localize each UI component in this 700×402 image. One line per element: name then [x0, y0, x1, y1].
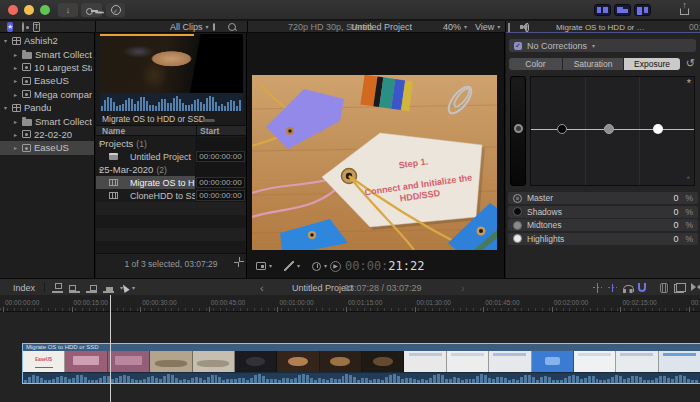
list-item-row[interactable]: Untitled Project00:00:00:00	[96, 150, 246, 163]
param-row-master[interactable]: Master 0 %	[508, 192, 698, 204]
solo-toggle-icon[interactable]	[623, 285, 632, 293]
waveform-bar	[369, 380, 372, 383]
retime-icon[interactable]	[312, 262, 321, 271]
disclosure-triangle[interactable]: ▾	[2, 104, 9, 111]
enhancements-wand-icon[interactable]	[284, 261, 294, 271]
sidebar-item-easeus[interactable]: ▸EaseUS	[0, 141, 94, 154]
disclosure-triangle[interactable]: ▸	[12, 91, 19, 98]
keyword-editor-button[interactable]	[81, 3, 102, 17]
disclosure-triangle[interactable]: ▸	[12, 131, 19, 138]
play-button[interactable]: ▶	[330, 261, 341, 272]
param-value[interactable]: 0	[673, 234, 678, 244]
sidebar-item-ashish2[interactable]: ▾Ashish2	[0, 34, 94, 47]
audio-meters-toggle-icon[interactable]	[660, 283, 668, 293]
timeline-forward-arrow[interactable]: ›	[461, 282, 465, 294]
photos-audio-tab-icon[interactable]	[22, 22, 24, 32]
sidebar-item-mega-comparison[interactable]: ▸Mega comparison	[0, 88, 94, 101]
list-item-row[interactable]: CloneHDD to SSD00:00:00:00	[96, 189, 246, 202]
sidebar-item-10-largest-stadium[interactable]: ▸10 Largest Stadium	[0, 61, 94, 74]
thumbnail-accent	[330, 357, 350, 366]
waveform-bar	[32, 375, 35, 383]
zoom-window-button[interactable]	[40, 5, 50, 15]
comparison-viewer-icon[interactable]	[508, 23, 510, 32]
disclosure-triangle[interactable]: ▸	[12, 51, 19, 58]
master-slider-knob[interactable]	[514, 124, 523, 133]
corrections-dropdown[interactable]: ✓ No Corrections ▾	[509, 39, 696, 52]
param-value[interactable]: 0	[673, 220, 678, 230]
sidebar-item-pandu[interactable]: ▾Pandu	[0, 101, 94, 114]
param-row-highlights[interactable]: Highlights 0 %	[508, 233, 698, 245]
reset-icon[interactable]: ↺	[686, 57, 695, 69]
close-window-button[interactable]	[8, 5, 18, 15]
waveform-bar	[171, 375, 174, 383]
overwrite-edit-icon[interactable]	[103, 283, 114, 293]
midtones-control-point[interactable]	[604, 124, 614, 134]
exposure-master-slider[interactable]	[510, 76, 526, 186]
event-icon	[22, 63, 31, 71]
param-row-shadows[interactable]: Shadows 0 %	[508, 206, 698, 218]
clip-icon	[109, 192, 118, 199]
skimming-toggle-icon[interactable]	[593, 283, 602, 293]
clip-thumbnail-image[interactable]	[100, 34, 243, 93]
audio-skimming-toggle-icon[interactable]	[608, 284, 617, 292]
start-cell	[195, 137, 246, 150]
append-edit-icon[interactable]	[86, 283, 97, 293]
disclosure-triangle[interactable]: ▾	[99, 163, 107, 175]
shadows-control-point[interactable]	[557, 124, 567, 134]
chevron-down-icon[interactable]: ▾	[132, 285, 135, 291]
disclosure-triangle[interactable]: ▸	[12, 118, 19, 125]
transitions-browser-icon[interactable]	[691, 283, 700, 292]
timeline-body[interactable]: Migrate OS to HDD or SSD EaseUS	[0, 312, 700, 402]
background-tasks-button[interactable]: ✓	[106, 3, 125, 17]
disclosure-triangle[interactable]: ▸	[12, 77, 19, 84]
snapping-toggle-icon[interactable]	[638, 283, 646, 292]
share-button[interactable]: ↑	[679, 3, 690, 15]
viewer-zoom-dropdown[interactable]: 40% ▾	[443, 21, 451, 33]
minimize-window-button[interactable]	[24, 5, 34, 15]
select-tool-icon[interactable]	[120, 283, 129, 293]
sidebar-item-22-02-20[interactable]: ▸22-02-20	[0, 128, 94, 141]
scrollbar[interactable]	[202, 119, 215, 122]
correction-enabled-checkbox[interactable]: ✓	[514, 42, 522, 50]
exposure-board[interactable]: * *	[530, 76, 695, 186]
sidebar-item-easeus[interactable]: ▸EaseUS	[0, 74, 94, 87]
timeline-appearance-icon[interactable]	[674, 283, 686, 293]
tab-exposure[interactable]: Exposure	[624, 58, 680, 70]
disclosure-triangle[interactable]: ▸	[12, 64, 19, 71]
disclosure-triangle[interactable]: ▸	[12, 144, 19, 151]
libraries-tab-icon[interactable]: ★	[7, 22, 13, 32]
list-group-row[interactable]: ▾Projects(1)	[96, 137, 246, 150]
list-group-row[interactable]: ▾25-Mar-2020(2)	[96, 163, 246, 176]
titles-generators-tab-icon[interactable]: T	[33, 22, 39, 32]
timeline-back-arrow[interactable]: ‹	[260, 282, 264, 294]
param-row-midtones[interactable]: Midtones 0 %	[508, 219, 698, 231]
viewer-options-icon[interactable]	[256, 262, 266, 270]
highlights-control-point[interactable]	[653, 124, 663, 134]
tab-saturation[interactable]: Saturation	[563, 58, 623, 70]
sidebar-item-smart-collections[interactable]: ▸Smart Collections	[0, 114, 94, 127]
clip-filter-dropdown[interactable]: All Clips ▾	[170, 21, 178, 33]
disclosure-triangle[interactable]: ▾	[99, 137, 107, 149]
import-media-button[interactable]: ↓	[58, 3, 78, 17]
show-timeline-toggle[interactable]	[614, 4, 631, 16]
timeline-clip[interactable]: Migrate OS to HDD or SSD EaseUS	[22, 343, 700, 384]
waveform-bar	[345, 374, 348, 383]
viewer-view-dropdown[interactable]: View ▾	[475, 21, 483, 33]
disclosure-triangle[interactable]: ▾	[2, 37, 9, 44]
timeline-ruler[interactable]: 00:00:00:0000:00:15:0000:00:30:0000:00:4…	[0, 295, 700, 312]
sidebar-item-smart-collections[interactable]: ▸Smart Collections	[0, 47, 94, 60]
browser-clip-card[interactable]	[100, 34, 243, 111]
column-header-name[interactable]: Name	[102, 126, 125, 136]
connect-edit-icon[interactable]	[52, 283, 63, 293]
tab-color[interactable]: Color	[509, 58, 562, 70]
param-value[interactable]: 0	[673, 193, 678, 203]
list-item-row[interactable]: Migrate OS to HDD or...00:00:00:00	[96, 176, 246, 189]
param-value[interactable]: 0	[673, 207, 678, 217]
playhead[interactable]	[110, 295, 111, 402]
show-inspector-toggle[interactable]	[634, 4, 651, 16]
insert-edit-icon[interactable]	[69, 283, 80, 293]
index-button[interactable]: Index	[13, 283, 35, 293]
column-header-start[interactable]: Start	[200, 126, 219, 136]
filmstrip-view-icon[interactable]	[213, 23, 215, 31]
show-browser-toggle[interactable]	[594, 4, 611, 16]
